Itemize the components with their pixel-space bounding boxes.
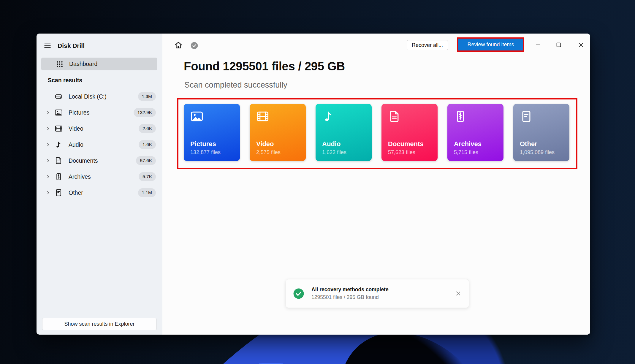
chevron-right-icon[interactable] [46,126,50,131]
document-icon [55,157,63,165]
audio-icon [55,141,63,149]
video-icon [55,125,63,133]
document-icon [388,110,401,123]
toast-check-circle [294,288,304,299]
card-label: Documents [388,140,432,148]
file-icon [55,189,63,197]
pictures-icon [190,110,203,123]
archive-icon [55,173,63,181]
item-count-badge: 2.6K [139,124,156,133]
review-found-items-button[interactable]: Review found items [458,39,523,50]
home-button[interactable] [173,40,184,50]
card-documents[interactable]: Documents 57,623 files [381,104,438,161]
dashboard-grid-icon [56,60,64,68]
show-in-explorer-label: Show scan results in Explorer [64,321,134,327]
card-count: 1,622 files [322,149,366,156]
page-title: Found 1295501 files / 295 GB [184,60,345,73]
card-label: Other [520,140,563,148]
show-in-explorer-button[interactable]: Show scan results in Explorer [42,318,157,330]
dashboard-label: Dashboard [69,61,97,67]
drive-icon [55,93,63,101]
close-icon [578,42,584,48]
card-count: 57,623 files [388,149,432,156]
scan-session-tab[interactable] [190,41,199,50]
sidebar-item-other[interactable]: Other 1.1M [41,185,158,201]
pictures-icon [55,109,63,117]
recover-all-label: Recover all... [412,42,443,48]
close-button[interactable] [574,39,588,50]
sidebar-item-local-disk[interactable]: Local Disk (C:) 1.3M [41,88,158,105]
chevron-right-icon[interactable] [46,110,50,115]
sidebar-item-label: Video [69,125,83,132]
toast-close-button[interactable] [453,288,463,299]
disk-drill-window: Disk Drill Dashboard Scan results Local … [37,34,590,335]
toast-subtitle: 1295501 files / 295 GB found [311,294,379,300]
chevron-right-icon[interactable] [46,174,50,179]
recovery-complete-toast: All recovery methods complete 1295501 fi… [286,279,469,308]
card-label: Pictures [190,140,234,148]
sidebar-item-label: Other [69,189,83,196]
maximize-icon [556,42,562,48]
toast-close-icon [455,291,461,296]
card-count: 132,877 files [190,149,234,156]
card-video[interactable]: Video 2,575 files [250,104,306,161]
sidebar-item-label: Archives [69,173,91,180]
scan-complete-icon [190,42,198,50]
sidebar-item-label: Audio [69,141,83,148]
sidebar-item-archives[interactable]: Archives 5.7K [41,169,158,185]
maximize-button[interactable] [552,39,565,50]
page-subtitle: Scan completed successfully [184,80,287,90]
card-audio[interactable]: Audio 1,622 files [316,104,372,161]
sidebar-item-pictures[interactable]: Pictures 132.9K [41,105,158,121]
recover-all-button[interactable]: Recover all... [407,40,448,50]
success-check-icon [293,288,304,299]
minimize-icon [535,42,541,48]
file-icon [520,110,533,123]
item-count-badge: 1.6K [139,140,156,149]
category-cards: Pictures 132,877 files Video 2,575 files… [184,104,569,161]
video-icon [256,110,269,123]
card-count: 5,715 files [454,149,498,156]
item-count-badge: 132.9K [134,108,156,117]
audio-icon [322,110,335,123]
sidebar-item-video[interactable]: Video 2.6K [41,121,158,137]
sidebar-item-dashboard[interactable]: Dashboard [41,58,157,70]
chevron-right-icon[interactable] [46,190,50,195]
toast-title: All recovery methods complete [311,287,389,293]
minimize-button[interactable] [531,39,544,50]
sidebar-item-documents[interactable]: Documents 57.6K [41,153,158,169]
sidebar: Disk Drill Dashboard Scan results Local … [37,34,162,335]
card-label: Video [256,140,300,148]
card-other[interactable]: Other 1,095,089 files [513,104,569,161]
item-count-badge: 57.6K [136,156,156,165]
home-icon [174,41,183,49]
card-label: Archives [454,140,498,148]
sidebar-item-label: Pictures [69,109,89,116]
card-archives[interactable]: Archives 5,715 files [447,104,503,161]
scan-results-list: Local Disk (C:) 1.3M Pictures 132.9K Vid… [41,88,158,201]
main-content: Recover all... Review found items [162,34,590,335]
card-pictures[interactable]: Pictures 132,877 files [184,104,240,161]
chevron-right-icon[interactable] [46,142,50,147]
sidebar-item-label: Documents [69,157,98,164]
card-label: Audio [322,140,366,148]
screen: Disk Drill Dashboard Scan results Local … [0,0,635,364]
chevron-right-icon[interactable] [46,158,50,163]
card-count: 2,575 files [256,149,300,156]
app-title: Disk Drill [58,42,85,49]
scan-results-heading: Scan results [48,77,82,84]
review-found-items-label: Review found items [467,42,514,48]
hamburger-icon [44,42,51,50]
sidebar-item-label: Local Disk (C:) [69,93,107,100]
item-count-badge: 5.7K [139,172,156,181]
item-count-badge: 1.3M [138,92,156,101]
archive-icon [454,110,467,123]
card-count: 1,095,089 files [520,149,563,156]
item-count-badge: 1.1M [138,188,156,197]
sidebar-item-audio[interactable]: Audio 1.6K [41,137,158,153]
annotation-review-button: Review found items [457,37,524,52]
hamburger-menu-button[interactable] [42,41,53,50]
